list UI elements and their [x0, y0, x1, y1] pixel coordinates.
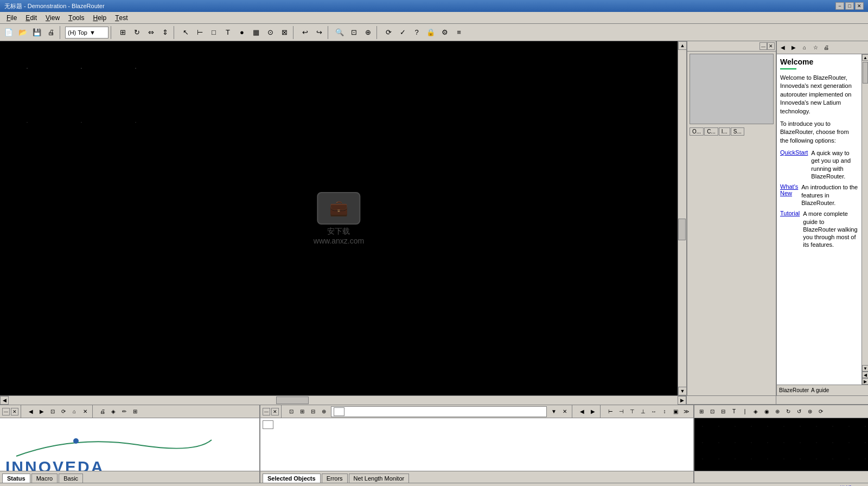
bm-align3[interactable]: ⊤ [627, 407, 637, 417]
help-scroll-thumb[interactable] [863, 62, 868, 84]
menu-file[interactable]: File [2, 12, 21, 23]
menu-test[interactable]: Test [111, 12, 132, 23]
status-tab[interactable]: Status [2, 474, 30, 483]
menu-view[interactable]: View [41, 12, 64, 23]
br-btn8[interactable]: ⊕ [773, 407, 782, 417]
errors-tab[interactable]: Errors [322, 474, 348, 483]
menu-help[interactable]: Help [88, 12, 111, 23]
bl-grid-btn[interactable]: ⊞ [130, 407, 140, 417]
help-scroll-up[interactable]: ▲ [862, 54, 868, 61]
bottom-left-close-btn[interactable]: ✕ [11, 408, 18, 415]
bm-btn2[interactable]: ⊞ [297, 407, 307, 417]
bl-delete-btn[interactable]: ✕ [80, 407, 90, 417]
menu-edit[interactable]: Edit [21, 12, 41, 23]
br-btn2[interactable]: ⊡ [707, 407, 717, 417]
help-print-button[interactable]: 🖨 [821, 43, 831, 53]
bm-align4[interactable]: ⊥ [638, 407, 648, 417]
layer-dropdown[interactable]: (H) Top ▼ [65, 27, 108, 39]
open-button[interactable]: 📂 [16, 26, 29, 39]
design-rules-button[interactable]: ✓ [396, 26, 409, 39]
help-back-button[interactable]: ◀ [778, 43, 788, 53]
panel-close-button[interactable]: ✕ [767, 42, 775, 50]
help-scroll-right[interactable]: ▶ [862, 378, 868, 385]
bm-more-btn[interactable]: ≫ [681, 407, 691, 417]
inspector-tab[interactable]: I... [719, 127, 730, 136]
bm-align1[interactable]: ⊢ [605, 407, 615, 417]
help-home-button[interactable]: ⌂ [800, 43, 809, 53]
scroll-right-button[interactable]: ▶ [678, 396, 686, 405]
bl-back-btn[interactable]: ◀ [26, 407, 36, 417]
bm-btn1[interactable]: ⊡ [286, 407, 296, 417]
bottom-mid-float-btn[interactable]: — [263, 408, 270, 415]
bm-next-btn[interactable]: ▶ [588, 407, 598, 417]
fill-button[interactable]: ▦ [250, 26, 263, 39]
new-button[interactable]: 📄 [2, 26, 15, 39]
h-scroll-track[interactable] [9, 396, 678, 405]
grid-button[interactable]: ⊞ [116, 26, 129, 39]
help-scrollbar[interactable]: ▲ ▼ ◀ ▶ [861, 54, 868, 385]
rotate-button[interactable]: ↻ [130, 26, 143, 39]
br-btn9[interactable]: ↻ [783, 407, 793, 417]
refresh-button[interactable]: ⟳ [382, 26, 395, 39]
bm-dropdown-btn[interactable]: ▼ [549, 407, 559, 417]
br-btn1[interactable]: ⊞ [697, 407, 706, 417]
br-btn6[interactable]: ◈ [751, 407, 761, 417]
bm-prev-btn[interactable]: ◀ [577, 407, 587, 417]
via-button[interactable]: ⊙ [264, 26, 277, 39]
component-button[interactable]: □ [207, 26, 220, 39]
canvas-area[interactable]: 💼 安下载www.anxz.com [0, 41, 678, 395]
minimize-button[interactable]: − [835, 2, 844, 10]
close-button[interactable]: ✕ [855, 2, 864, 10]
bl-print-btn[interactable]: 🖨 [98, 407, 107, 417]
help-forward-button[interactable]: ▶ [789, 43, 799, 53]
save-button[interactable]: 💾 [30, 26, 43, 39]
bl-forward-btn[interactable]: ▶ [37, 407, 47, 417]
settings-button[interactable]: ⚙ [438, 26, 451, 39]
zoom-fit-button[interactable]: ⊡ [347, 26, 360, 39]
flip-button[interactable]: ⇕ [158, 26, 171, 39]
help-scroll-down[interactable]: ▼ [862, 365, 868, 372]
bm-btn3[interactable]: ⊟ [308, 407, 318, 417]
scroll-track[interactable] [678, 50, 686, 387]
basic-tab[interactable]: Basic [59, 474, 83, 483]
properties-button[interactable]: ? [410, 26, 423, 39]
help-scroll-left[interactable]: ◀ [862, 372, 868, 378]
br-btn3[interactable]: ⊟ [718, 407, 728, 417]
scroll-thumb[interactable] [678, 219, 686, 240]
scroll-left-button[interactable]: ◀ [0, 396, 9, 405]
bm-align6[interactable]: ↕ [660, 407, 669, 417]
bl-edit-btn[interactable]: ✏ [119, 407, 129, 417]
bl-script-btn[interactable]: ◈ [108, 407, 118, 417]
undo-button[interactable]: ↩ [298, 26, 311, 39]
bl-home-btn[interactable]: ⌂ [69, 407, 79, 417]
wire-button[interactable]: ⊢ [193, 26, 206, 39]
help-bookmark-button[interactable]: ☆ [810, 43, 820, 53]
panel-float-button[interactable]: — [760, 42, 767, 50]
bm-align7[interactable]: ▣ [671, 407, 680, 417]
select-button[interactable]: ↖ [179, 26, 192, 39]
print-button[interactable]: 🖨 [44, 26, 58, 39]
bottom-mid-close-btn[interactable]: ✕ [271, 408, 279, 415]
tutorial-link[interactable]: Tutorial [780, 210, 800, 216]
zoom-area-button[interactable]: ⊕ [361, 26, 374, 39]
bm-input[interactable] [331, 406, 547, 417]
br-btn7[interactable]: ◉ [762, 407, 771, 417]
menu-tools[interactable]: Tools [64, 12, 88, 23]
canvas-scrollbar-v[interactable]: ▲ ▼ [678, 41, 686, 395]
bm-align2[interactable]: ⊣ [616, 407, 626, 417]
br-btn12[interactable]: ⟳ [816, 407, 826, 417]
h-scroll-thumb[interactable] [276, 397, 309, 404]
connections-tab[interactable]: C... [704, 127, 718, 136]
bm-delete-btn[interactable]: ✕ [560, 407, 570, 417]
bl-refresh-btn[interactable]: ⟳ [59, 407, 68, 417]
text-button[interactable]: T [221, 26, 234, 39]
br-btn10[interactable]: ↺ [794, 407, 804, 417]
whats-new-link[interactable]: What's New [780, 183, 798, 196]
redo-button[interactable]: ↪ [312, 26, 326, 39]
maximize-button[interactable]: □ [845, 2, 854, 10]
h-scrollbar[interactable]: ◀ ▶ [0, 396, 686, 404]
bm-btn4[interactable]: ⊕ [319, 407, 329, 417]
keepout-button[interactable]: ⊠ [278, 26, 291, 39]
quickstart-link[interactable]: QuickStart [780, 149, 808, 156]
objects-tab[interactable]: O... [690, 127, 704, 136]
